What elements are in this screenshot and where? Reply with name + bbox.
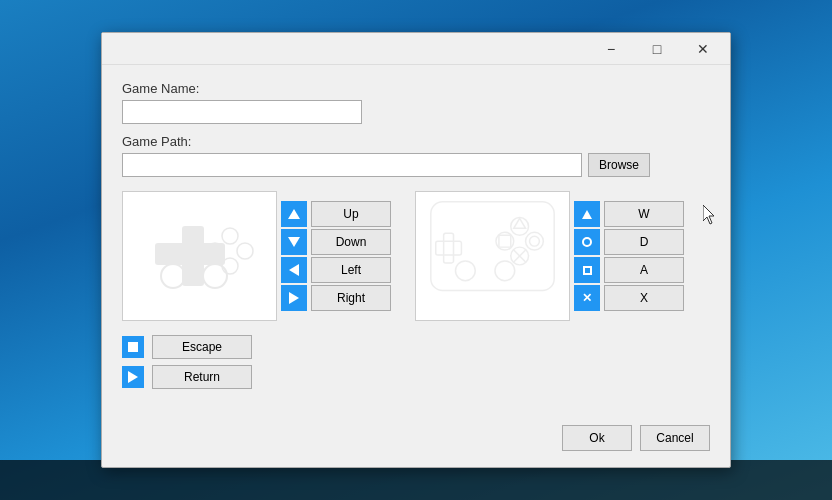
return-button[interactable]: Return [152, 365, 252, 389]
up-key-button[interactable]: Up [311, 201, 391, 227]
square-key-button[interactable]: A [604, 257, 684, 283]
return-shortcut: Return [122, 365, 710, 389]
triangle-key-button[interactable]: W [604, 201, 684, 227]
circle-icon [582, 237, 592, 247]
titlebar: − □ ✕ [102, 33, 730, 65]
dialog-body: Game Name: Game Path: Browse [102, 65, 730, 425]
svg-point-2 [161, 264, 185, 288]
left-controller-graphic [122, 191, 277, 321]
maximize-button[interactable]: □ [634, 33, 680, 65]
escape-icon [122, 336, 144, 358]
right-controller-graphic [415, 191, 570, 321]
svg-point-5 [237, 243, 253, 259]
shortcuts-row: Escape Return [122, 335, 710, 389]
cross-icon-button[interactable]: ✕ [574, 285, 600, 311]
escape-shortcut: Escape [122, 335, 710, 359]
dpad-buttons [281, 191, 307, 321]
svg-rect-19 [499, 235, 511, 247]
svg-point-11 [455, 261, 475, 281]
svg-point-20 [530, 236, 540, 246]
dpad-down-button[interactable] [281, 229, 307, 255]
right-key-button[interactable]: Right [311, 285, 391, 311]
svg-point-3 [203, 264, 227, 288]
game-name-label: Game Name: [122, 81, 710, 96]
game-name-input[interactable] [122, 100, 362, 124]
svg-point-6 [222, 258, 238, 274]
svg-marker-21 [514, 218, 526, 228]
browse-button[interactable]: Browse [588, 153, 650, 177]
controllers-row: Up Down Left Right [122, 191, 710, 321]
down-key-button[interactable]: Down [311, 229, 391, 255]
face-key-buttons: W D A X [604, 191, 684, 321]
left-controller-panel: Up Down Left Right [122, 191, 391, 321]
game-path-row: Game Path: Browse [122, 134, 710, 177]
escape-button[interactable]: Escape [152, 335, 252, 359]
svg-rect-9 [444, 233, 454, 263]
circle-key-button[interactable]: D [604, 229, 684, 255]
svg-rect-10 [436, 241, 462, 255]
dpad-left-button[interactable] [281, 257, 307, 283]
square-icon-button[interactable] [574, 257, 600, 283]
cross-icon: ✕ [582, 291, 592, 305]
dialog-footer: Ok Cancel [102, 425, 730, 467]
down-arrow-icon [288, 237, 300, 247]
svg-rect-1 [155, 243, 225, 265]
ok-button[interactable]: Ok [562, 425, 632, 451]
right-controller-panel: ✕ W D A X [415, 191, 684, 321]
left-key-button[interactable]: Left [311, 257, 391, 283]
return-icon [122, 366, 144, 388]
dpad-key-buttons: Up Down Left Right [311, 191, 391, 321]
svg-point-14 [526, 232, 544, 250]
return-arrow-icon [128, 371, 138, 383]
left-arrow-icon [289, 264, 299, 276]
square-icon [583, 266, 592, 275]
minimize-button[interactable]: − [588, 33, 634, 65]
face-icon-buttons: ✕ [574, 191, 600, 321]
dialog-window: − □ ✕ Game Name: Game Path: Browse [101, 32, 731, 468]
dpad-up-button[interactable] [281, 201, 307, 227]
svg-point-12 [495, 261, 515, 281]
escape-square-icon [128, 342, 138, 352]
circle-icon-button[interactable] [574, 229, 600, 255]
svg-point-4 [222, 228, 238, 244]
svg-point-13 [511, 218, 529, 236]
up-arrow-icon [288, 209, 300, 219]
triangle-icon [582, 210, 592, 219]
cross-key-button[interactable]: X [604, 285, 684, 311]
triangle-icon-button[interactable] [574, 201, 600, 227]
game-path-input[interactable] [122, 153, 582, 177]
cancel-button[interactable]: Cancel [640, 425, 710, 451]
close-button[interactable]: ✕ [680, 33, 726, 65]
game-path-label: Game Path: [122, 134, 650, 149]
dpad-right-button[interactable] [281, 285, 307, 311]
right-arrow-icon [289, 292, 299, 304]
game-name-row: Game Name: [122, 81, 710, 124]
